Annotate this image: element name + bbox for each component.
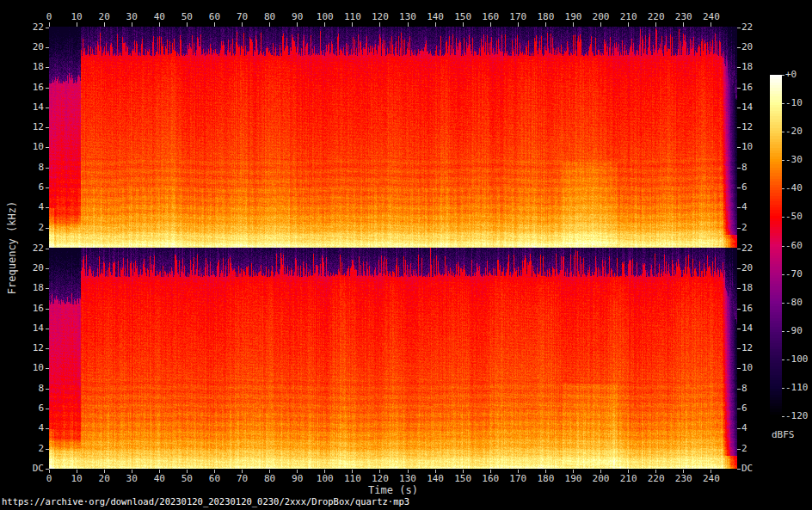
- time-tick-label-bottom: 170: [509, 474, 526, 484]
- freq-tick-right: [737, 127, 741, 128]
- freq-tick-label-left: 10: [0, 142, 44, 152]
- colorbar-tick: [782, 331, 784, 332]
- source-url-caption: https://archive·org/download/20230120_20…: [2, 496, 409, 507]
- freq-tick-right: [737, 449, 741, 450]
- freq-tick-right: [737, 147, 741, 148]
- time-tick-label-top: 160: [482, 12, 499, 22]
- freq-tick-right: [737, 168, 741, 169]
- freq-tick-label-left: 2: [0, 444, 44, 454]
- freq-tick-left: [46, 108, 49, 108]
- colorbar-tick: [782, 103, 784, 104]
- time-tick-top: [710, 22, 711, 27]
- time-tick-label-top: 180: [537, 12, 554, 22]
- time-tick-label-top: 230: [675, 12, 692, 22]
- time-tick-top: [214, 22, 215, 27]
- freq-tick-left: [46, 469, 49, 470]
- colorbar-tick-label: +0: [785, 70, 797, 80]
- colorbar-tick: [782, 132, 784, 132]
- time-tick-label-top: 90: [292, 12, 303, 22]
- time-tick-top: [104, 22, 105, 27]
- freq-tick-right: [737, 268, 741, 269]
- freq-tick-right: [737, 108, 741, 108]
- time-tick-label-bottom: 90: [292, 474, 303, 484]
- time-tick-label-bottom: 230: [675, 474, 692, 484]
- freq-tick-label-right: 2: [741, 223, 747, 233]
- freq-tick-label-left: 14: [0, 102, 44, 113]
- freq-tick-label-left: 10: [0, 363, 44, 373]
- time-tick-top: [490, 22, 491, 27]
- freq-tick-left: [46, 67, 49, 68]
- time-tick-label-bottom: 30: [126, 474, 138, 484]
- freq-tick-right: [737, 368, 741, 369]
- freq-tick-left: [46, 389, 49, 390]
- freq-tick-right: [737, 47, 741, 48]
- colorbar-tick: [782, 160, 784, 161]
- time-tick-top: [683, 22, 684, 27]
- time-tick-label-top: 190: [565, 12, 582, 22]
- time-tick-label-top: 30: [126, 12, 138, 22]
- colorbar-tick: [782, 388, 784, 389]
- freq-tick-left: [46, 449, 49, 450]
- colorbar-tick: [782, 416, 784, 417]
- freq-tick-right: [737, 67, 741, 68]
- freq-tick-label-left: 20: [0, 263, 44, 273]
- time-tick-label-bottom: 150: [454, 474, 471, 484]
- colorbar-tick-label: -60: [785, 241, 803, 251]
- freq-tick-right: [737, 288, 741, 289]
- time-tick-label-bottom: 220: [648, 474, 665, 484]
- freq-tick-label-right: 22: [741, 243, 753, 254]
- freq-tick-left: [46, 168, 49, 169]
- colorbar-gradient-canvas: [770, 75, 782, 416]
- freq-tick-label-left: 8: [0, 384, 44, 394]
- freq-tick-right: [737, 309, 741, 310]
- freq-tick-label-left: 12: [0, 343, 44, 353]
- colorbar-tick: [782, 359, 784, 360]
- time-tick-label-top: 120: [372, 12, 389, 22]
- freq-tick-label-right: 12: [741, 343, 753, 353]
- freq-tick-label-right: 6: [741, 182, 747, 193]
- time-tick-label-bottom: 80: [264, 474, 275, 484]
- time-tick-label-bottom: 160: [482, 474, 499, 484]
- freq-tick-label-left: 18: [0, 283, 44, 293]
- time-tick-label-bottom: 140: [427, 474, 444, 484]
- freq-tick-label-right: 4: [741, 202, 747, 212]
- freq-tick-label-left: 14: [0, 323, 44, 334]
- freq-tick-label-right: DC: [741, 464, 753, 474]
- time-tick-top: [379, 22, 380, 27]
- freq-tick-label-right: 10: [741, 363, 753, 373]
- freq-tick-label-right: 16: [741, 304, 753, 314]
- freq-tick-right: [737, 249, 741, 249]
- time-tick-label-top: 210: [620, 12, 637, 22]
- time-tick-top: [655, 22, 656, 27]
- time-tick-label-top: 200: [593, 12, 610, 22]
- time-tick-label-bottom: 50: [181, 474, 193, 484]
- freq-tick-label-left: 2: [0, 223, 44, 233]
- freq-tick-right: [737, 348, 741, 349]
- freq-tick-label-left: 20: [0, 42, 44, 52]
- freq-tick-left: [46, 207, 49, 208]
- spectrogram-channel-1-canvas: [49, 27, 737, 248]
- time-tick-label-bottom: 40: [154, 474, 165, 484]
- time-tick-top: [77, 22, 77, 27]
- time-tick-label-top: 170: [509, 12, 526, 22]
- freq-tick-label-right: 2: [741, 444, 747, 454]
- freq-tick-label-left: 16: [0, 304, 44, 314]
- freq-tick-label-right: 12: [741, 122, 753, 132]
- freq-tick-left: [46, 28, 49, 28]
- time-tick-label-top: 80: [264, 12, 275, 22]
- time-tick-top: [600, 22, 601, 27]
- freq-tick-left: [46, 348, 49, 349]
- freq-tick-left: [46, 127, 49, 128]
- colorbar-tick-label: -90: [785, 326, 803, 336]
- freq-tick-right: [737, 409, 741, 409]
- freq-tick-label-right: 6: [741, 403, 747, 414]
- time-axis-title: Time (s): [368, 485, 418, 496]
- freq-tick-label-right: 14: [741, 323, 753, 334]
- time-tick-label-bottom: 0: [46, 474, 52, 484]
- freq-tick-label-right: 8: [741, 384, 747, 394]
- time-tick-label-top: 140: [427, 12, 444, 22]
- time-tick-label-bottom: 190: [565, 474, 582, 484]
- time-tick-top: [518, 22, 519, 27]
- time-tick-label-top: 0: [46, 12, 52, 22]
- freq-tick-left: [46, 187, 49, 188]
